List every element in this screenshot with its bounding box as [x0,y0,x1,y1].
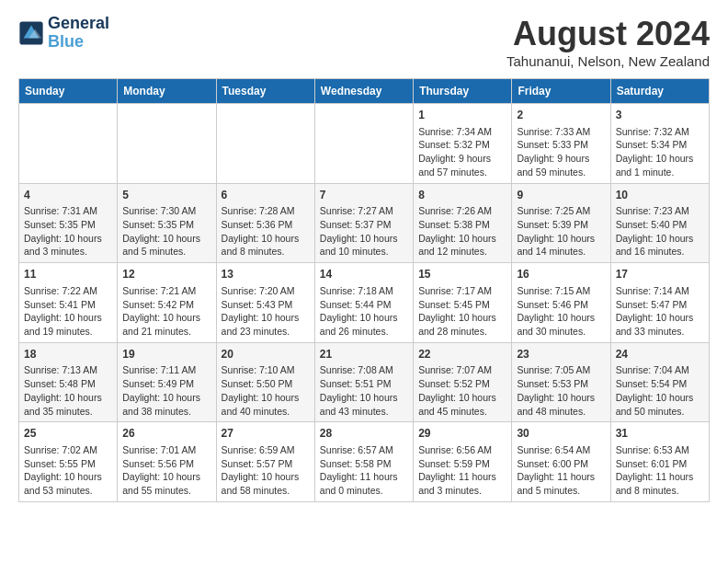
calendar-header-row: SundayMondayTuesdayWednesdayThursdayFrid… [19,79,710,104]
day-number: 25 [24,426,112,442]
day-info: Sunrise: 6:53 AMSunset: 6:01 PMDaylight:… [616,443,704,498]
header-tuesday: Tuesday [216,79,314,104]
day-number: 10 [616,188,704,203]
day-info: Sunrise: 7:05 AMSunset: 5:53 PMDaylight:… [517,363,605,418]
day-info: Sunrise: 7:28 AMSunset: 5:36 PMDaylight:… [222,204,310,259]
title-block: August 2024 Tahunanui, Nelson, New Zeala… [506,15,710,69]
day-info: Sunrise: 7:10 AMSunset: 5:50 PMDaylight:… [222,363,310,418]
day-info: Sunrise: 7:32 AMSunset: 5:34 PMDaylight:… [616,125,704,179]
day-info: Sunrise: 7:18 AMSunset: 5:44 PMDaylight:… [320,284,408,339]
logo-line2: Blue [48,32,84,51]
day-number: 18 [24,347,112,362]
day-info: Sunrise: 7:07 AMSunset: 5:52 PMDaylight:… [418,363,506,418]
calendar-cell [216,104,314,184]
calendar-cell: 31Sunrise: 6:53 AMSunset: 6:01 PMDayligh… [610,422,709,502]
day-info: Sunrise: 7:34 AMSunset: 5:32 PMDaylight:… [418,125,506,179]
calendar-cell [118,104,216,184]
day-number: 20 [222,347,310,362]
day-info: Sunrise: 7:26 AMSunset: 5:38 PMDaylight:… [418,204,506,259]
calendar-cell: 12Sunrise: 7:21 AMSunset: 5:42 PMDayligh… [118,263,216,343]
day-number: 30 [517,426,605,442]
day-number: 17 [616,267,704,282]
calendar-cell: 4Sunrise: 7:31 AMSunset: 5:35 PMDaylight… [19,183,118,263]
day-number: 23 [517,347,605,362]
day-number: 12 [122,267,210,282]
day-number: 27 [222,426,310,442]
day-number: 6 [222,188,310,203]
header: General Blue August 2024 Tahunanui, Nels… [18,15,710,69]
day-number: 22 [418,347,506,362]
logo-line1: General [48,15,109,33]
calendar-cell: 30Sunrise: 6:54 AMSunset: 6:00 PMDayligh… [512,422,610,502]
day-info: Sunrise: 7:21 AMSunset: 5:42 PMDaylight:… [122,284,210,339]
day-info: Sunrise: 6:59 AMSunset: 5:57 PMDaylight:… [222,443,310,498]
day-info: Sunrise: 7:02 AMSunset: 5:55 PMDaylight:… [24,443,112,498]
day-info: Sunrise: 7:11 AMSunset: 5:49 PMDaylight:… [122,363,210,418]
calendar-cell: 21Sunrise: 7:08 AMSunset: 5:51 PMDayligh… [314,342,413,422]
day-info: Sunrise: 7:08 AMSunset: 5:51 PMDaylight:… [320,363,408,418]
calendar-cell: 7Sunrise: 7:27 AMSunset: 5:37 PMDaylight… [314,183,413,263]
calendar-cell: 13Sunrise: 7:20 AMSunset: 5:43 PMDayligh… [216,263,314,343]
calendar-cell: 8Sunrise: 7:26 AMSunset: 5:38 PMDaylight… [414,183,512,263]
calendar-cell [19,104,118,184]
week-row-2: 11Sunrise: 7:22 AMSunset: 5:41 PMDayligh… [19,263,710,343]
calendar-cell: 25Sunrise: 7:02 AMSunset: 5:55 PMDayligh… [19,422,118,502]
calendar-cell: 28Sunrise: 6:57 AMSunset: 5:58 PMDayligh… [314,422,413,502]
calendar-cell: 10Sunrise: 7:23 AMSunset: 5:40 PMDayligh… [610,183,709,263]
day-info: Sunrise: 7:31 AMSunset: 5:35 PMDaylight:… [24,204,112,259]
day-info: Sunrise: 7:30 AMSunset: 5:35 PMDaylight:… [122,204,210,259]
calendar-cell: 17Sunrise: 7:14 AMSunset: 5:47 PMDayligh… [610,263,709,343]
day-info: Sunrise: 7:13 AMSunset: 5:48 PMDaylight:… [24,363,112,418]
day-info: Sunrise: 6:57 AMSunset: 5:58 PMDaylight:… [320,443,408,498]
calendar-cell: 11Sunrise: 7:22 AMSunset: 5:41 PMDayligh… [19,263,118,343]
header-friday: Friday [512,79,610,104]
day-info: Sunrise: 7:20 AMSunset: 5:43 PMDaylight:… [222,284,310,339]
day-number: 26 [122,426,210,442]
main-title: August 2024 [506,15,710,53]
day-number: 21 [320,347,408,362]
calendar-cell: 2Sunrise: 7:33 AMSunset: 5:33 PMDaylight… [512,104,610,184]
day-number: 5 [122,188,210,203]
day-info: Sunrise: 7:23 AMSunset: 5:40 PMDaylight:… [616,204,704,259]
day-number: 4 [24,188,112,203]
day-info: Sunrise: 7:33 AMSunset: 5:33 PMDaylight:… [517,125,605,179]
header-wednesday: Wednesday [314,79,413,104]
calendar-cell: 6Sunrise: 7:28 AMSunset: 5:36 PMDaylight… [216,183,314,263]
calendar-cell: 24Sunrise: 7:04 AMSunset: 5:54 PMDayligh… [610,342,709,422]
day-info: Sunrise: 7:25 AMSunset: 5:39 PMDaylight:… [517,204,605,259]
day-number: 9 [517,188,605,203]
calendar-cell: 5Sunrise: 7:30 AMSunset: 5:35 PMDaylight… [118,183,216,263]
calendar-cell: 27Sunrise: 6:59 AMSunset: 5:57 PMDayligh… [216,422,314,502]
day-number: 19 [122,347,210,362]
day-number: 11 [24,267,112,282]
day-info: Sunrise: 7:01 AMSunset: 5:56 PMDaylight:… [122,443,210,498]
header-thursday: Thursday [414,79,512,104]
header-saturday: Saturday [610,79,709,104]
day-number: 15 [418,267,506,282]
day-number: 28 [320,426,408,442]
week-row-0: 1Sunrise: 7:34 AMSunset: 5:32 PMDaylight… [19,104,710,184]
logo: General Blue [18,15,109,52]
day-info: Sunrise: 6:56 AMSunset: 5:59 PMDaylight:… [418,443,506,498]
calendar-cell: 20Sunrise: 7:10 AMSunset: 5:50 PMDayligh… [216,342,314,422]
day-number: 8 [418,188,506,203]
calendar-cell [314,104,413,184]
calendar-cell: 23Sunrise: 7:05 AMSunset: 5:53 PMDayligh… [512,342,610,422]
calendar-cell: 3Sunrise: 7:32 AMSunset: 5:34 PMDaylight… [610,104,709,184]
calendar-cell: 18Sunrise: 7:13 AMSunset: 5:48 PMDayligh… [19,342,118,422]
calendar-cell: 29Sunrise: 6:56 AMSunset: 5:59 PMDayligh… [414,422,512,502]
logo-icon [18,20,44,46]
calendar-table: SundayMondayTuesdayWednesdayThursdayFrid… [18,78,710,502]
day-number: 2 [517,108,605,123]
calendar-cell: 9Sunrise: 7:25 AMSunset: 5:39 PMDaylight… [512,183,610,263]
week-row-4: 25Sunrise: 7:02 AMSunset: 5:55 PMDayligh… [19,422,710,502]
day-number: 14 [320,267,408,282]
day-info: Sunrise: 7:22 AMSunset: 5:41 PMDaylight:… [24,284,112,339]
day-info: Sunrise: 6:54 AMSunset: 6:00 PMDaylight:… [517,443,605,498]
day-number: 31 [616,426,704,442]
calendar-cell: 19Sunrise: 7:11 AMSunset: 5:49 PMDayligh… [118,342,216,422]
calendar-cell: 1Sunrise: 7:34 AMSunset: 5:32 PMDaylight… [414,104,512,184]
header-monday: Monday [118,79,216,104]
day-number: 29 [418,426,506,442]
week-row-3: 18Sunrise: 7:13 AMSunset: 5:48 PMDayligh… [19,342,710,422]
